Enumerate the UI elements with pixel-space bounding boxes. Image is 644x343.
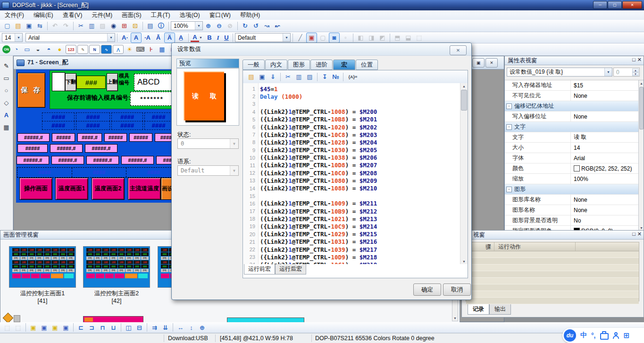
- hmi-numeric-field[interactable]: ####: [111, 121, 143, 130]
- add-screen-icon[interactable]: ⊞: [119, 21, 129, 31]
- spin-up-icon[interactable]: ▲: [632, 69, 639, 72]
- font-color-button[interactable]: A: [191, 34, 199, 42]
- chevron-down-icon[interactable]: ▼: [283, 34, 290, 42]
- corner-shade-icon[interactable]: ◩: [377, 33, 387, 43]
- record-tab-记录[interactable]: 记录: [468, 304, 489, 315]
- tab-图形[interactable]: 图形: [288, 60, 310, 70]
- open-screen-icon[interactable]: ⊡: [130, 21, 140, 31]
- property-value[interactable]: None: [571, 207, 638, 214]
- tab-位置[interactable]: 位置: [356, 60, 378, 70]
- element-index-spinner[interactable]: 0 ▲ ▼: [613, 68, 640, 77]
- property-value[interactable]: None: [571, 197, 638, 203]
- macro-tab-运行前宏[interactable]: 运行前宏: [244, 264, 275, 274]
- right-shade-icon[interactable]: ◨: [367, 33, 376, 43]
- record-tab-输出[interactable]: 输出: [489, 304, 511, 315]
- maximize-panel-icon[interactable]: □: [632, 231, 636, 237]
- hmi-nav-button-1[interactable]: 温度画面1: [55, 178, 88, 200]
- ime-punctuation-toggle[interactable]: °,: [591, 332, 596, 339]
- cut-icon[interactable]: ✂: [76, 21, 86, 31]
- tab-宏[interactable]: 宏: [333, 60, 355, 70]
- meter-icon[interactable]: ◔: [11, 45, 21, 54]
- property-value[interactable]: RGB(252, 252, 252): [571, 165, 638, 172]
- about-icon[interactable]: ⓘ: [156, 21, 166, 31]
- ungroup-icon[interactable]: ⬚: [13, 323, 23, 332]
- tank-icon[interactable]: ◒: [33, 45, 43, 54]
- language-combobox[interactable]: Default ▼: [177, 165, 239, 176]
- grid-menu-icon[interactable]: ⊞: [624, 331, 630, 340]
- variable-icon[interactable]: {A}=: [346, 72, 360, 82]
- hmi-pink-display[interactable]: #####.#: [51, 156, 84, 164]
- zoom-combobox[interactable]: 100% ▼: [171, 21, 203, 30]
- open-file-icon[interactable]: ▤: [13, 21, 23, 31]
- dashed-square-icon[interactable]: ⬚: [414, 33, 424, 43]
- chevron-down-icon[interactable]: ▼: [15, 34, 22, 42]
- bring-forward-icon[interactable]: ▣: [50, 323, 60, 332]
- top-shade-icon[interactable]: ⬒: [393, 33, 402, 43]
- chevron-down-icon[interactable]: ▼: [107, 34, 115, 42]
- hmi-numeric-field[interactable]: ####: [144, 112, 173, 121]
- hmi-counter-field[interactable]: ###: [76, 76, 106, 89]
- copy-icon[interactable]: ▥: [294, 72, 304, 82]
- zoom-out-icon[interactable]: ⊖: [214, 21, 224, 31]
- property-value[interactable]: 读 取: [571, 133, 638, 141]
- draw-rect-icon[interactable]: ▭: [1, 73, 11, 83]
- trend-icon[interactable]: ⋀: [113, 45, 124, 54]
- maximize-panel-icon[interactable]: □: [632, 57, 636, 63]
- new-file-icon[interactable]: ▢: [2, 21, 12, 31]
- column-header-extra[interactable]: [576, 242, 639, 251]
- hmi-pink-display[interactable]: #####: [52, 133, 75, 142]
- left-shade-icon[interactable]: ◧: [356, 33, 366, 43]
- on-off-button-icon[interactable]: ON: [2, 45, 10, 53]
- zoom-off-icon[interactable]: ⊘: [225, 21, 235, 31]
- bar-graph-icon[interactable]: ▭: [22, 45, 32, 54]
- property-group[interactable]: −偏移记忆体地址: [505, 101, 638, 111]
- distribute-vertical-icon[interactable]: ⇊: [160, 323, 170, 332]
- hmi-pink-display[interactable]: #####.#: [86, 156, 119, 164]
- align-top-icon[interactable]: ⊓: [98, 323, 108, 332]
- curve-icon[interactable]: ∿: [101, 45, 112, 54]
- macro-tab-运行后宏[interactable]: 运行后宏: [275, 264, 306, 274]
- constant-icon[interactable]: N: [89, 45, 100, 54]
- style-combobox[interactable]: Default ▼: [235, 33, 291, 42]
- keypad-icon[interactable]: ⌨: [135, 45, 145, 54]
- hmi-pink-display[interactable]: #####.#: [85, 144, 117, 153]
- restore-window-button[interactable]: ▣: [472, 58, 485, 68]
- undo-curve-icon[interactable]: ↜: [273, 21, 283, 31]
- red-frame-icon[interactable]: ▣: [306, 33, 317, 43]
- hmi-pink-display[interactable]: ####.#: [77, 133, 102, 142]
- record-panel-header[interactable]: 视窗 □ ✕: [462, 231, 644, 240]
- menu-item-3[interactable]: 元件(M): [87, 10, 117, 20]
- hmi-numeric-field[interactable]: ####: [42, 112, 75, 121]
- hmi-numeric-field[interactable]: ####: [76, 121, 110, 130]
- dialog-close-button[interactable]: ✕: [450, 45, 467, 55]
- cancel-button[interactable]: 取消: [443, 283, 471, 296]
- hmi-pink-display[interactable]: #####: [104, 133, 127, 142]
- hmi-pink-display[interactable]: #####.#: [121, 156, 154, 164]
- bold-button[interactable]: B: [205, 34, 214, 41]
- hmi-pink-display[interactable]: #####.#: [17, 156, 49, 164]
- hmi-numeric-field[interactable]: ####: [111, 112, 143, 121]
- user-icon[interactable]: [613, 332, 619, 339]
- redo-icon[interactable]: ↷: [61, 21, 71, 31]
- same-height-icon[interactable]: ↕: [186, 323, 196, 332]
- code-scrollbar[interactable]: ▲ ▼: [460, 83, 468, 264]
- briefcase-icon[interactable]: [600, 333, 609, 340]
- macro-code-editor[interactable]: 1$45=12Delay (1000)34({Link2}1@TEMP_CTRL…: [243, 83, 468, 264]
- screen-thumbnail-1[interactable]: 1881881881881881881881888888888888888888…: [83, 246, 150, 288]
- property-value[interactable]: None: [571, 113, 638, 120]
- maximize-button[interactable]: ▢: [608, 1, 622, 9]
- line-spacing-decrease-icon[interactable]: Ā: [153, 33, 163, 43]
- hmi-nav-button-2[interactable]: 温度画面2: [92, 178, 125, 200]
- hmi-pink-display[interactable]: #####.#: [50, 144, 83, 153]
- send-to-back-icon[interactable]: ▣: [39, 323, 49, 332]
- align-left-icon[interactable]: ⊏: [76, 323, 86, 332]
- paste-icon[interactable]: ▨: [98, 21, 108, 31]
- property-value[interactable]: $15: [571, 82, 638, 89]
- save-icon[interactable]: ▣: [24, 21, 34, 31]
- hmi-mold-value-field[interactable]: ABCD: [134, 74, 174, 91]
- hmi-password-field[interactable]: *******: [130, 92, 174, 106]
- send-backward-icon[interactable]: ▣: [61, 323, 71, 332]
- align-bottom-icon[interactable]: ⊔: [109, 323, 118, 332]
- close-button[interactable]: ✕: [622, 1, 642, 9]
- property-panel-header[interactable]: 属性表视窗 □ ✕: [505, 56, 644, 65]
